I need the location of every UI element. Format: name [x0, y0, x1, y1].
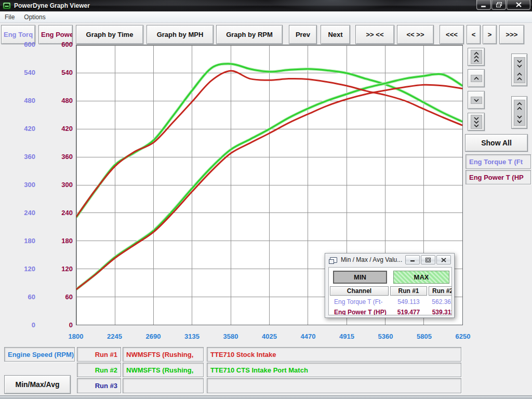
axis-tick-label: 600: [9, 41, 35, 49]
minmax-close-button[interactable]: [436, 255, 451, 264]
minmax-avg-button[interactable]: Min/Max/Avg: [4, 375, 71, 394]
axis-tick-label: 0: [9, 321, 35, 329]
axis-tick-label: 480: [9, 97, 35, 105]
minmax-power-run2-value: 539.311: [429, 309, 452, 315]
run3-operator-field[interactable]: [123, 378, 204, 393]
minmax-torque-channel: Eng Torque T (Ft-: [334, 298, 382, 305]
x-axis-channel-label: Engine Speed (RPM): [4, 347, 75, 362]
axis-tick-label: 360: [9, 153, 35, 161]
chevron-up-icon: [471, 75, 482, 82]
axis-tick-label: 420: [47, 125, 73, 133]
run2-description-field[interactable]: TTE710 CTS Intake Port Match: [207, 363, 461, 377]
axis-tick-label: 0: [47, 321, 73, 329]
axis-tick-label: 4915: [331, 332, 363, 341]
graph-by-rpm-button[interactable]: Graph by RPM: [216, 25, 283, 44]
minmax-torque-run1-value: 549.113: [390, 298, 427, 305]
axis-tick-label: 1800: [60, 332, 91, 341]
run1-operator-field[interactable]: NWMSFTS (Rushing,: [123, 347, 204, 362]
run3-description-field[interactable]: [207, 378, 461, 393]
minmax-col-run1: Run #1: [390, 286, 427, 296]
axis-tick-label: 240: [47, 209, 73, 217]
minmax-col-run2: Run #2: [429, 286, 452, 296]
run1-label: Run #1: [77, 347, 121, 362]
graph-by-mph-button[interactable]: Graph by MPH: [147, 25, 214, 44]
run2-label: Run #2: [77, 363, 121, 377]
y-scroll-down-fast-button[interactable]: [468, 113, 485, 131]
axis-tick-label: 300: [47, 181, 73, 189]
axis-tick-label: 5360: [370, 332, 401, 341]
axis-tick-label: 180: [47, 237, 73, 245]
maximize-button[interactable]: [491, 0, 506, 10]
axis-tick-label: 5805: [409, 332, 440, 341]
pan-left-fast-button[interactable]: <<<: [440, 25, 464, 44]
x-zoom-in-button[interactable]: >> <<: [355, 25, 394, 44]
run2-operator-field[interactable]: NWMSFTS (Rushing,: [123, 363, 204, 377]
axis-tick-label: 540: [9, 69, 35, 77]
y-scroll-down-button[interactable]: [468, 91, 485, 109]
run3-label: Run #3: [77, 378, 121, 393]
menu-options[interactable]: Options: [19, 12, 50, 22]
menu-bar: File Options: [0, 11, 532, 23]
axis-tick-label: 3580: [215, 332, 246, 341]
triple-chevron-down-icon: [471, 115, 482, 129]
minmax-torque-run2-value: 562.362: [429, 298, 452, 305]
minmax-window-title: Min / Max / Avg Valu...: [341, 256, 402, 263]
axis-tick-label: 360: [47, 153, 73, 161]
chevrons-diverge-icon: [514, 100, 525, 126]
axis-tick-label: 120: [47, 265, 73, 273]
close-button[interactable]: [507, 0, 530, 10]
menu-file[interactable]: File: [0, 12, 19, 22]
minmax-restore-button[interactable]: [421, 255, 435, 264]
x-zoom-out-button[interactable]: << >>: [397, 25, 434, 44]
axis-tick-label: 120: [9, 265, 35, 273]
minmax-col-channel: Channel: [330, 286, 389, 296]
axis-tick-label: 4025: [254, 332, 285, 341]
axis-tick-label: 600: [47, 41, 73, 49]
window-bottom-frame: [0, 395, 532, 399]
axis-tick-label: 60: [47, 293, 73, 301]
triple-chevron-up-icon: [471, 50, 482, 64]
axis-tick-label: 4470: [292, 332, 324, 341]
y-zoom-in-button[interactable]: [511, 54, 527, 86]
axis-tick-label: 300: [9, 181, 35, 189]
show-all-button[interactable]: Show All: [465, 134, 528, 152]
powerdyne-window: PowerDyne Graph Viewer File Options Eng …: [0, 0, 532, 399]
pan-left-button[interactable]: <: [467, 25, 481, 44]
chevrons-converge-icon: [514, 57, 525, 83]
axis-tick-label: 60: [9, 293, 35, 301]
minmax-window-titlebar[interactable]: Min / Max / Avg Valu...: [325, 254, 454, 266]
y-scroll-up-button[interactable]: [468, 69, 485, 87]
next-button[interactable]: Next: [321, 25, 350, 44]
title-bar[interactable]: PowerDyne Graph Viewer: [0, 0, 532, 11]
graph-by-time-button[interactable]: Graph by Time: [76, 25, 143, 44]
minmax-window-body: MIN MAX Channel Run #1 Run #2 Eng Torque…: [328, 267, 452, 315]
app-icon: [3, 2, 11, 9]
axis-tick-label: 2245: [99, 332, 130, 341]
axis-tick-label: 480: [47, 97, 73, 105]
minmax-minimize-button[interactable]: [405, 255, 420, 264]
axis-tick-label: 240: [9, 209, 35, 217]
chevron-down-icon: [471, 97, 482, 104]
axis-tick-label: 2690: [138, 332, 169, 341]
minmax-power-channel: Eng Power T (HP): [334, 309, 387, 315]
run1-description-field[interactable]: TTE710 Stock Intake: [207, 347, 461, 362]
axis-tick-label: 180: [9, 237, 35, 245]
minmax-window-icon: [330, 257, 337, 263]
max-button[interactable]: MAX: [393, 271, 449, 284]
minimize-button[interactable]: [476, 0, 491, 10]
window-title: PowerDyne Graph Viewer: [14, 2, 90, 9]
prev-button[interactable]: Prev: [289, 25, 317, 44]
min-button[interactable]: MIN: [333, 271, 387, 284]
axis-tick-label: 6250: [447, 332, 478, 341]
pan-right-button[interactable]: >: [483, 25, 497, 44]
y-zoom-out-button[interactable]: [511, 96, 527, 129]
minmax-window: Min / Max / Avg Valu... MIN MAX Channel …: [325, 253, 455, 318]
power-channel-label: Eng Power T (HP: [466, 170, 531, 184]
axis-tick-label: 420: [9, 125, 35, 133]
axis-tick-label: 3135: [177, 332, 208, 341]
minmax-power-run1-value: 519.477: [390, 309, 427, 315]
pan-right-fast-button[interactable]: >>>: [499, 25, 524, 44]
y-scroll-up-fast-button[interactable]: [468, 48, 485, 66]
torque-channel-label: Eng Torque T (Ft: [466, 154, 531, 169]
axis-tick-label: 540: [47, 69, 73, 77]
